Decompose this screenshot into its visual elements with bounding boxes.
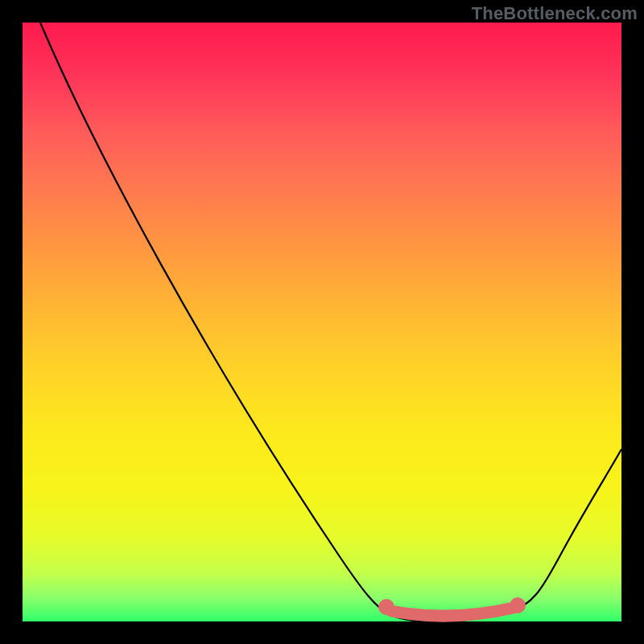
bottleneck-curve-svg (23, 23, 621, 621)
chart-plot-area (23, 23, 621, 621)
watermark-text: TheBottleneck.com (472, 3, 638, 24)
optimal-range-end-dot (510, 597, 526, 613)
optimal-range-highlight (391, 608, 514, 616)
bottleneck-curve-line (40, 23, 621, 621)
